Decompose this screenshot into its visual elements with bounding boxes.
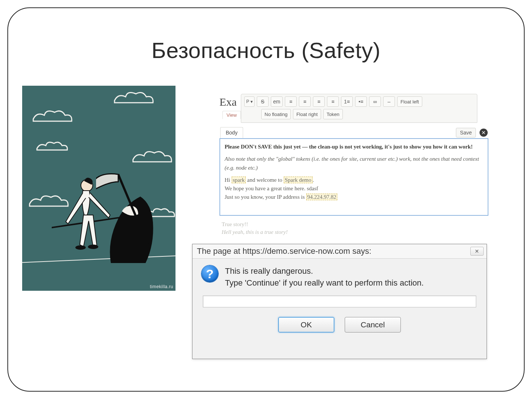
token-ip-address: 94.224.97.82	[306, 194, 338, 200]
paragraph-style-dropdown[interactable]: P ▾	[244, 96, 255, 107]
dialog-titlebar: The page at https://demo.service-now.com…	[192, 244, 487, 259]
float-left-button[interactable]: Float left	[397, 96, 422, 107]
token-sitename: Spark demo	[284, 177, 313, 183]
image-watermark: timekilla.ru	[150, 284, 173, 289]
ok-button[interactable]: OK	[278, 317, 334, 332]
dialog-title-text: The page at https://demo.service-now.com…	[197, 246, 371, 256]
tightrope-illustration: timekilla.ru	[22, 86, 175, 291]
dialog-close-button[interactable]: ✕	[470, 247, 484, 256]
align-center-icon[interactable]: ≡	[299, 96, 311, 107]
save-button[interactable]: Save	[456, 128, 476, 137]
token-button[interactable]: Token	[323, 109, 343, 119]
dialog-text-input[interactable]	[203, 296, 476, 307]
editor-content-area[interactable]: Please DON't SAVE this just yet — the cl…	[219, 138, 488, 216]
confirm-dialog: The page at https://demo.service-now.com…	[192, 244, 487, 359]
editor-background-text: True story!! Hell yeah, this is a true s…	[222, 221, 288, 235]
body-tab[interactable]: Body	[220, 127, 243, 138]
unordered-list-icon[interactable]: •≡	[355, 96, 367, 107]
editor-warning-text: Please DON't SAVE this just yet — the cl…	[225, 143, 483, 151]
grim-reaper-icon	[96, 171, 175, 274]
justify-icon[interactable]: ≡	[327, 96, 339, 107]
ordered-list-icon[interactable]: 1≡	[341, 96, 353, 107]
close-icon[interactable]: ✕	[480, 129, 488, 137]
link-icon[interactable]: ∞	[369, 96, 381, 107]
slide-frame: Безопасность (Safety)	[7, 7, 525, 392]
strikethrough-button[interactable]: S	[257, 96, 269, 107]
cancel-button[interactable]: Cancel	[345, 317, 401, 332]
svg-point-2	[75, 245, 86, 250]
token-username: spark	[232, 177, 246, 183]
page-title: Безопасность (Safety)	[8, 38, 524, 63]
editor-line-2: We hope you have a great time here. sdas…	[225, 185, 318, 191]
editor-greeting-line: Hi spark and welcome to Spark demo. We h…	[225, 176, 483, 202]
more-icon[interactable]: –	[383, 96, 395, 107]
editor-toolbar: P ▾ S em ≡ ≡ ≡ ≡ 1≡ •≡ ∞ – Float left No…	[241, 94, 477, 123]
emphasis-button[interactable]: em	[271, 96, 283, 107]
float-right-button[interactable]: Float right	[293, 109, 321, 119]
no-floating-button[interactable]: No floating	[261, 109, 291, 119]
question-icon: ?	[201, 265, 218, 282]
align-right-icon[interactable]: ≡	[313, 96, 325, 107]
dialog-message: This is really dangerous. Type 'Continue…	[225, 265, 424, 289]
editor-note-text: Also note that only the "global" tokens …	[225, 155, 483, 172]
view-tab[interactable]: View	[222, 111, 241, 119]
background-heading-fragment: Exa	[219, 96, 237, 108]
align-left-icon[interactable]: ≡	[285, 96, 297, 107]
